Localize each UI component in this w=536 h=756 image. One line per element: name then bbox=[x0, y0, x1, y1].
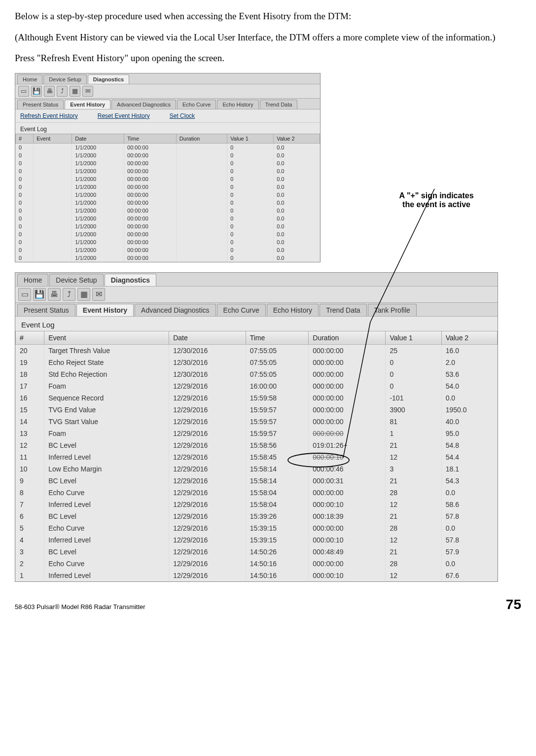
table-row[interactable]: 17Foam12/29/201616:00:00000:00:00054.0 bbox=[16, 380, 498, 392]
save-icon[interactable]: 💾 bbox=[33, 288, 46, 301]
tab-echo-curve[interactable]: Echo Curve bbox=[177, 100, 216, 109]
col-event: Event bbox=[44, 331, 169, 344]
table-row[interactable]: 01/1/200000:00:0000.0 bbox=[16, 167, 320, 175]
tab-trend-data[interactable]: Trend Data bbox=[260, 100, 298, 109]
grid-icon[interactable]: ▦ bbox=[77, 288, 90, 301]
cell-v2: 0.0 bbox=[274, 167, 320, 175]
toolbar-icon-generic[interactable]: ▭ bbox=[18, 86, 29, 97]
table-row[interactable]: 01/1/200000:00:0000.0 bbox=[16, 151, 320, 159]
tab-home[interactable]: Home bbox=[17, 274, 48, 286]
table-row[interactable]: 7Inferred Level12/29/201615:58:04000:00:… bbox=[16, 499, 498, 510]
tab-advanced-diagnostics[interactable]: Advanced Diagnostics bbox=[135, 304, 216, 316]
tab-echo-history[interactable]: Echo History bbox=[267, 304, 319, 316]
table-row[interactable]: 01/1/200000:00:0000.0 bbox=[16, 159, 320, 167]
table-row[interactable]: 01/1/200000:00:0000.0 bbox=[16, 199, 320, 207]
table-row[interactable]: 4Inferred Level12/29/201615:39:15000:00:… bbox=[16, 534, 498, 546]
table-row[interactable]: 5Echo Curve12/29/201615:39:15000:00:0028… bbox=[16, 522, 498, 534]
action-set-clock[interactable]: Set Clock bbox=[170, 112, 195, 119]
table-row[interactable]: 2Echo Curve12/29/201614:50:16000:00:0028… bbox=[16, 558, 498, 570]
grid-icon[interactable]: ▦ bbox=[70, 86, 80, 97]
cell-v1: 0 bbox=[227, 151, 274, 159]
tab-present-status[interactable]: Present Status bbox=[17, 304, 75, 316]
cell-n: 8 bbox=[16, 487, 44, 499]
upload-icon[interactable]: ⤴ bbox=[63, 288, 75, 301]
cell-time: 00:00:00 bbox=[124, 230, 177, 238]
cell-dur: 000:00:00 bbox=[309, 428, 386, 439]
upload-icon[interactable]: ⤴ bbox=[57, 86, 68, 97]
table-row[interactable]: 10Low Echo Margin12/29/201615:58:14000:0… bbox=[16, 463, 498, 475]
cell-n: 4 bbox=[16, 534, 44, 546]
cell-date: 12/29/2016 bbox=[169, 534, 246, 546]
table-row[interactable]: 01/1/200000:00:0000.0 bbox=[16, 246, 320, 254]
action-refresh-event-history[interactable]: Refresh Event History bbox=[20, 112, 78, 119]
tab-diagnostics[interactable]: Diagnostics bbox=[105, 274, 156, 286]
cell-dur: 000:00:00 bbox=[309, 416, 386, 428]
table-row[interactable]: 01/1/200000:00:0000.0 bbox=[16, 215, 320, 222]
table-row[interactable]: 01/1/200000:00:0000.0 bbox=[16, 254, 320, 262]
tab-event-history[interactable]: Event History bbox=[76, 304, 134, 316]
table-row[interactable]: 1Inferred Level12/29/201614:50:16000:00:… bbox=[16, 570, 498, 581]
tab-echo-curve[interactable]: Echo Curve bbox=[217, 304, 266, 316]
tab-advanced-diagnostics[interactable]: Advanced Diagnostics bbox=[111, 100, 176, 109]
cell-v1: 0 bbox=[227, 199, 274, 207]
cell-date: 12/29/2016 bbox=[169, 463, 246, 475]
table-row[interactable]: 19Echo Reject State12/30/201607:55:05000… bbox=[16, 357, 498, 368]
table-row[interactable]: 14TVG Start Value12/29/201615:59:57000:0… bbox=[16, 416, 498, 428]
cell-n: 0 bbox=[16, 175, 34, 183]
table-row[interactable]: 11Inferred Level12/29/201615:58:45000:00… bbox=[16, 451, 498, 463]
table-row[interactable]: 18Std Echo Rejection12/30/201607:55:0500… bbox=[16, 368, 498, 380]
cell-v2: 0.0 bbox=[274, 254, 320, 262]
table-row[interactable]: 8Echo Curve12/29/201615:58:04000:00:0028… bbox=[16, 487, 498, 499]
cell-time: 15:58:14 bbox=[246, 475, 309, 487]
tab-home[interactable]: Home bbox=[17, 74, 42, 84]
tab-device-setup[interactable]: Device Setup bbox=[49, 274, 103, 286]
tab-event-history[interactable]: Event History bbox=[65, 100, 110, 109]
cell-date: 12/29/2016 bbox=[169, 499, 246, 510]
cell-dur bbox=[176, 151, 227, 159]
cell-event bbox=[34, 151, 72, 159]
cell-v2: 54.4 bbox=[441, 451, 497, 463]
table-row[interactable]: 16Sequence Record12/29/201615:59:58000:0… bbox=[16, 392, 498, 404]
cell-date: 1/1/2000 bbox=[72, 215, 124, 222]
print-icon[interactable]: 🖶 bbox=[48, 288, 61, 301]
table-row[interactable]: 01/1/200000:00:0000.0 bbox=[16, 191, 320, 199]
cell-time: 15:58:56 bbox=[246, 439, 309, 451]
table-row[interactable]: 01/1/200000:00:0000.0 bbox=[16, 143, 320, 151]
mail-icon[interactable]: ✉ bbox=[92, 288, 105, 301]
table-row[interactable]: 12BC Level12/29/201615:58:56019:01:26+21… bbox=[16, 439, 498, 451]
tab-trend-data[interactable]: Trend Data bbox=[320, 304, 367, 316]
table-row[interactable]: 01/1/200000:00:0000.0 bbox=[16, 222, 320, 230]
mail-icon[interactable]: ✉ bbox=[82, 86, 93, 97]
cell-dur bbox=[176, 207, 227, 215]
table-row[interactable]: 20Target Thresh Value12/30/201607:55:050… bbox=[16, 344, 498, 357]
cell-date: 1/1/2000 bbox=[72, 167, 124, 175]
tab-present-status[interactable]: Present Status bbox=[17, 100, 64, 109]
tab-tank-profile[interactable]: Tank Profile bbox=[368, 304, 417, 316]
table-row[interactable]: 3BC Level12/29/201614:50:26000:48:492157… bbox=[16, 546, 498, 558]
table-row[interactable]: 15TVG End Value12/29/201615:59:57000:00:… bbox=[16, 404, 498, 416]
table-row[interactable]: 01/1/200000:00:0000.0 bbox=[16, 207, 320, 215]
table-row[interactable]: 13Foam12/29/201615:59:57000:00:00195.0 bbox=[16, 428, 498, 439]
print-icon[interactable]: 🖶 bbox=[44, 86, 55, 97]
table-row[interactable]: 9BC Level12/29/201615:58:14000:00:312154… bbox=[16, 475, 498, 487]
cell-v2: 54.0 bbox=[441, 380, 497, 392]
cell-v2: 0.0 bbox=[274, 183, 320, 191]
tab-diagnostics[interactable]: Diagnostics bbox=[88, 74, 129, 84]
col-time: Time bbox=[246, 331, 309, 344]
table-row[interactable]: 01/1/200000:00:0000.0 bbox=[16, 175, 320, 183]
table-row[interactable]: 01/1/200000:00:0000.0 bbox=[16, 230, 320, 238]
tab-echo-history[interactable]: Echo History bbox=[217, 100, 258, 109]
action-reset-event-history[interactable]: Reset Event History bbox=[98, 112, 150, 119]
cell-n: 0 bbox=[16, 254, 34, 262]
table-row[interactable]: 01/1/200000:00:0000.0 bbox=[16, 183, 320, 191]
cell-event bbox=[34, 254, 72, 262]
table-row[interactable]: 6BC Level12/29/201615:39:26000:18:392157… bbox=[16, 510, 498, 522]
save-icon[interactable]: 💾 bbox=[31, 86, 42, 97]
table-row[interactable]: 01/1/200000:00:0000.0 bbox=[16, 238, 320, 246]
cell-time: 15:58:14 bbox=[246, 463, 309, 475]
tab-device-setup[interactable]: Device Setup bbox=[43, 74, 86, 84]
cell-event bbox=[34, 238, 72, 246]
cell-v2: 54.8 bbox=[441, 439, 497, 451]
screenshot-small: HomeDevice SetupDiagnostics ▭ 💾 🖶 ⤴ ▦ ✉ … bbox=[15, 73, 321, 262]
toolbar-icon-generic[interactable]: ▭ bbox=[18, 288, 31, 301]
